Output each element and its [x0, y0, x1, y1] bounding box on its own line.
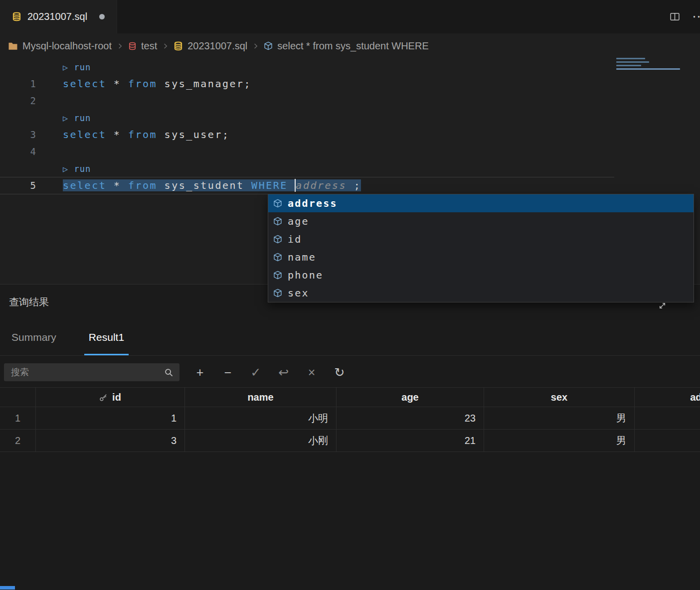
column-label: sex — [551, 392, 567, 403]
editor-tab[interactable]: 20231007.sql — [0, 0, 117, 33]
modified-indicator[interactable] — [99, 14, 105, 19]
more-actions-icon[interactable]: ⋯ — [692, 10, 700, 23]
line-number — [0, 109, 36, 126]
line-number — [0, 58, 36, 75]
cell-sex[interactable]: 男 — [484, 407, 635, 429]
code-token: from — [128, 129, 157, 141]
suggest-label: sex — [288, 287, 309, 299]
editor-lines: ▷ run1select * from sys_manager;2▷ run3s… — [0, 58, 700, 194]
cell-address[interactable] — [635, 430, 700, 451]
code-line-5[interactable]: 5select * from sys_student WHERE address… — [0, 177, 700, 194]
tab-result1[interactable]: Result1 — [84, 319, 129, 355]
folder-icon — [8, 42, 18, 50]
minimap-line — [616, 58, 645, 59]
add-row-button[interactable]: + — [192, 366, 207, 379]
breadcrumb-label: test — [141, 40, 157, 52]
tab-summary[interactable]: Summary — [7, 319, 61, 355]
suggest-widget: addressageidnamephonesex — [268, 194, 694, 302]
cell-sex[interactable]: 男 — [484, 430, 635, 451]
suggest-item-phone[interactable]: phone — [268, 266, 694, 284]
search-box[interactable] — [4, 363, 179, 381]
cell-id[interactable]: 1 — [36, 407, 185, 429]
codelens-row: ▷ run — [0, 109, 700, 126]
cell-address[interactable] — [635, 407, 700, 429]
column-header-address[interactable]: address — [635, 388, 700, 407]
suggest-label: address — [288, 197, 338, 209]
suggest-item-name[interactable]: name — [268, 248, 694, 266]
column-header-age[interactable]: age — [337, 388, 484, 407]
grid-header-row: idnameagesexaddress — [0, 387, 700, 407]
run-codelens[interactable]: ▷ run — [63, 62, 91, 72]
cell-name[interactable]: 小刚 — [185, 430, 337, 451]
suggest-label: id — [288, 233, 302, 245]
editor[interactable]: ▷ run1select * from sys_manager;2▷ run3s… — [0, 58, 700, 284]
column-header-id[interactable]: id — [36, 388, 185, 407]
grid-row-2[interactable]: 23小刚21男 — [0, 430, 700, 452]
row-number: 1 — [0, 407, 36, 429]
codelens-row: ▷ run — [0, 160, 700, 177]
chevron-right-icon — [162, 42, 169, 50]
minimap-line — [616, 61, 649, 63]
line-number: 5 — [0, 177, 36, 194]
cell-age[interactable]: 23 — [337, 407, 484, 429]
revert-button[interactable]: ↩ — [276, 366, 291, 379]
remove-row-button[interactable]: − — [220, 366, 235, 379]
breadcrumb-item-4[interactable]: select * from sys_student WHERE — [264, 40, 428, 52]
delete-button[interactable]: × — [304, 366, 319, 379]
results-panel: 查询结果 SummaryResult1 +−✓↩×↻ idnameagesexa… — [0, 284, 700, 590]
column-header-name[interactable]: name — [185, 388, 337, 407]
search-input[interactable] — [10, 367, 164, 378]
run-codelens[interactable]: ▷ run — [63, 164, 91, 174]
suggest-item-sex[interactable]: sex — [268, 284, 694, 302]
breadcrumb-label: 20231007.sql — [187, 40, 247, 52]
corner-cell — [0, 388, 36, 407]
breadcrumb-item-3[interactable]: 20231007.sql — [174, 40, 247, 52]
cell-name[interactable]: 小明 — [185, 407, 337, 429]
field-icon — [273, 217, 282, 226]
code-line-3[interactable]: 3select * from sys_user; — [0, 126, 700, 143]
line-number: 4 — [0, 143, 36, 160]
search-icon — [164, 368, 174, 377]
breadcrumb: Mysql-localhost-roottest20231007.sqlsele… — [0, 33, 700, 58]
suggest-item-address[interactable]: address — [268, 194, 694, 212]
code-token: from — [128, 78, 157, 90]
suggest-label: phone — [288, 269, 323, 281]
horizontal-scrollbar-thumb[interactable] — [0, 586, 15, 590]
minimap[interactable] — [616, 57, 697, 72]
resize-handle-icon[interactable] — [658, 300, 667, 312]
result-tabs: SummaryResult1 — [0, 319, 700, 356]
code-token: select — [63, 78, 106, 90]
run-codelens[interactable]: ▷ run — [63, 113, 91, 123]
grid-toolbar: +−✓↩×↻ — [192, 366, 347, 379]
code-token: select — [63, 129, 106, 141]
column-header-sex[interactable]: sex — [484, 388, 635, 407]
code-token — [288, 179, 295, 191]
refresh-button[interactable]: ↻ — [332, 366, 347, 379]
database-icon — [174, 41, 183, 51]
code-line-1[interactable]: 1select * from sys_manager; — [0, 75, 700, 92]
cell-age[interactable]: 21 — [337, 430, 484, 451]
tab-bar: 20231007.sql ⋯ — [0, 0, 700, 33]
line-number: 2 — [0, 92, 36, 109]
code-token: WHERE — [251, 179, 288, 191]
cell-id[interactable]: 3 — [36, 430, 185, 451]
field-icon — [273, 235, 282, 244]
code-token: ; — [347, 179, 361, 191]
code-line-2[interactable]: 2 — [0, 92, 700, 109]
tab-title: 20231007.sql — [27, 11, 87, 22]
suggest-item-age[interactable]: age — [268, 212, 694, 230]
breadcrumb-item-1[interactable]: Mysql-localhost-root — [8, 40, 112, 52]
split-editor-icon[interactable] — [670, 11, 680, 22]
commit-button[interactable]: ✓ — [248, 366, 263, 379]
code-line-4[interactable]: 4 — [0, 143, 700, 160]
editor-actions: ⋯ — [670, 0, 700, 33]
code-token: sys_student — [157, 179, 251, 191]
code-token: select — [63, 179, 106, 191]
breadcrumb-label: Mysql-localhost-root — [22, 40, 112, 52]
breadcrumb-item-2[interactable]: test — [128, 40, 157, 52]
grid-row-1[interactable]: 11小明23男 — [0, 407, 700, 430]
suggest-item-id[interactable]: id — [268, 230, 694, 248]
field-icon — [273, 253, 282, 262]
line-number: 3 — [0, 126, 36, 143]
primary-key-icon — [99, 393, 108, 402]
